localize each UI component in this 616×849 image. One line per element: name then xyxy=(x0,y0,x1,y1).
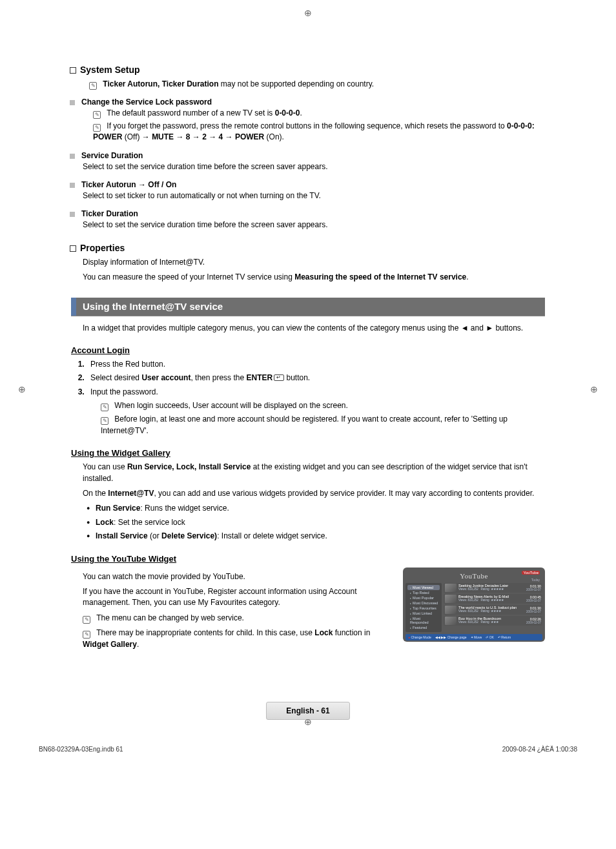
registration-mark-icon: ⊕ xyxy=(590,384,598,394)
bullet-item: Install Service (or Delete Service): Ins… xyxy=(87,531,545,542)
note-bold: 2 xyxy=(202,132,207,141)
youtube-video-row[interactable]: The world reacts to U.S. bailout planVie… xyxy=(444,605,542,615)
youtube-side-item[interactable]: Most Discussed xyxy=(407,600,440,606)
note-line: ✎ The default password number of a new T… xyxy=(93,108,545,119)
text-bold: Delete Service) xyxy=(161,531,217,540)
bullet-item: Lock: Set the service lock xyxy=(87,517,545,528)
text-bold: Internet@TV xyxy=(108,489,154,498)
paragraph: You can measure the speed of your Intern… xyxy=(83,272,545,283)
paragraph: You can use Run Service, Lock, Install S… xyxy=(83,462,545,484)
note-text: . xyxy=(300,108,302,118)
video-right: 0:02:262009-02-07 xyxy=(522,617,541,624)
youtube-side-menu: Most ViewedTop RatedMost PopularMost Dis… xyxy=(406,583,442,632)
text: You can use xyxy=(83,462,127,471)
youtube-side-item[interactable]: Most Responded xyxy=(407,616,440,625)
note-bold: MUTE xyxy=(152,132,174,141)
steps-list: Press the Red button. Select desired Use… xyxy=(87,359,545,398)
youtube-video-row[interactable]: Seeking Justice Decades LaterViews: 819,… xyxy=(444,583,542,593)
paragraph: If you have the account in YouTube, Regi… xyxy=(83,586,391,609)
heading-system-setup: System Setup xyxy=(71,65,545,75)
subheading-text: Service Duration xyxy=(81,151,143,160)
bullet-item: Run Service: Runs the widget service. xyxy=(87,503,545,514)
step-item: Press the Red button. xyxy=(87,359,545,370)
heading-properties: Properties xyxy=(71,243,545,253)
square-bullet-icon xyxy=(70,154,75,159)
subheading-text: Ticker Autorun → Off / On xyxy=(81,180,176,189)
heading-account-login: Account Login xyxy=(71,345,545,355)
text-bold: Measuring the speed of the Internet TV s… xyxy=(294,272,466,281)
video-date: 2009-02-07 xyxy=(522,588,541,591)
print-footer: BN68-02329A-03Eng.indb 61 2009-08-24 ¿ÀÈ… xyxy=(39,746,577,753)
text-bold: Run Service xyxy=(96,504,140,513)
video-thumb xyxy=(445,617,457,625)
note-text: Before login, at least one and more acco… xyxy=(101,414,508,435)
youtube-side-item[interactable]: Most Linked xyxy=(407,611,440,616)
youtube-widget-header: YouTube YouTube Today xyxy=(406,570,542,582)
registration-mark-icon: ⊕ xyxy=(18,384,26,394)
youtube-widget-preview: YouTube YouTube Today Most ViewedTop Rat… xyxy=(403,568,545,642)
bullet-list: Run Service: Runs the widget service. Lo… xyxy=(87,503,545,542)
youtube-side-item[interactable]: Featured xyxy=(407,625,440,630)
note-icon: ✎ xyxy=(101,404,108,411)
checkbox-bullet-icon xyxy=(70,67,76,74)
text: You can measure the speed of your Intern… xyxy=(83,272,294,281)
note-icon: ✎ xyxy=(89,82,97,90)
heading-widget-gallery: Using the Widget Gallery xyxy=(71,448,545,458)
youtube-video-row[interactable]: Boo Hoo in the BoardroomViews: 819,252 R… xyxy=(444,616,542,626)
square-bullet-icon xyxy=(70,212,75,217)
youtube-section-wrap: You can watch the movie provided by YouT… xyxy=(71,568,545,650)
footer-timestamp: 2009-08-24 ¿ÀÈÄ 1:00:38 xyxy=(502,746,577,753)
note-icon: ✎ xyxy=(101,417,108,425)
square-bullet-icon xyxy=(70,100,75,105)
note-bold: 0-0-0-0 xyxy=(275,108,300,118)
subheading-ticker-autorun: Ticker Autorun → Off / On xyxy=(71,180,545,189)
heading-youtube-widget: Using the YouTube Widget xyxy=(71,554,545,564)
enter-icon xyxy=(274,374,284,381)
text: : Set the service lock xyxy=(114,518,185,527)
text-bold: Widget Gallery xyxy=(83,640,137,649)
note-line: ✎ When login succeeds, User account will… xyxy=(101,400,545,411)
registration-mark-icon: ⊕ xyxy=(304,8,312,18)
footer-change-mode: Change Mode xyxy=(408,635,431,639)
note-text: The default password number of a new TV … xyxy=(107,108,275,118)
video-right: 0:01:302009-02-07 xyxy=(522,584,541,591)
text: , then press the xyxy=(190,373,246,382)
youtube-side-item[interactable]: Most Popular xyxy=(407,595,440,600)
footer-change-page: Change page xyxy=(435,635,467,639)
note-icon: ✎ xyxy=(83,631,90,639)
video-date: 2009-02-07 xyxy=(522,610,541,613)
paragraph: Display information of Internet@TV. xyxy=(83,257,545,268)
text-bold: Lock xyxy=(96,518,114,527)
youtube-side-item[interactable]: Top Rated xyxy=(407,590,440,595)
footer-filename: BN68-02329A-03Eng.indb 61 xyxy=(39,746,123,753)
video-sub: Views: 819,252 Rating: ★★★★★ xyxy=(458,598,520,602)
youtube-video-list: Seeking Justice Decades LaterViews: 819,… xyxy=(444,583,542,632)
text: . xyxy=(466,272,468,281)
video-meta: Breaking News Alerts by E-MailViews: 819… xyxy=(458,595,520,602)
note-text: If you forget the password, press the re… xyxy=(107,121,507,130)
note-text: function in xyxy=(333,628,370,637)
youtube-badge: YouTube xyxy=(522,571,540,575)
note-line: ✎ Ticker Autorun, Ticker Duration may no… xyxy=(89,79,545,90)
video-thumb xyxy=(445,595,457,603)
text-bold: Lock xyxy=(314,628,333,637)
note-bold: Ticker Autorun, Ticker Duration xyxy=(103,79,218,88)
video-meta: The world reacts to U.S. bailout planVie… xyxy=(458,606,520,613)
sub-body: Select to set the service duration time … xyxy=(83,161,545,172)
video-right: 0:00:452009-02-07 xyxy=(522,595,541,602)
paragraph: On the Internet@TV, you can add and use … xyxy=(83,488,545,499)
text-bold: ENTER xyxy=(246,373,272,382)
paragraph: You can watch the movie provided by YouT… xyxy=(83,571,391,582)
text: button. xyxy=(284,373,310,382)
video-meta: Boo Hoo in the BoardroomViews: 819,252 R… xyxy=(458,617,520,624)
note-bold: 4 xyxy=(219,132,223,141)
square-bullet-icon xyxy=(70,183,75,188)
section-header-bar: Using the Internet@TV service xyxy=(71,298,545,316)
youtube-side-item[interactable]: Most Viewed xyxy=(407,585,440,590)
note-line: ✎ If you forget the password, press the … xyxy=(93,121,545,143)
youtube-side-item[interactable]: Top Favourites xyxy=(407,606,440,611)
youtube-video-row[interactable]: Breaking News Alerts by E-MailViews: 819… xyxy=(444,594,542,604)
subheading-text: Ticker Duration xyxy=(81,209,138,218)
video-sub: Views: 819,252 Rating: ★★★ xyxy=(458,620,520,624)
sub-body: Select to set the service duration time … xyxy=(83,220,545,230)
